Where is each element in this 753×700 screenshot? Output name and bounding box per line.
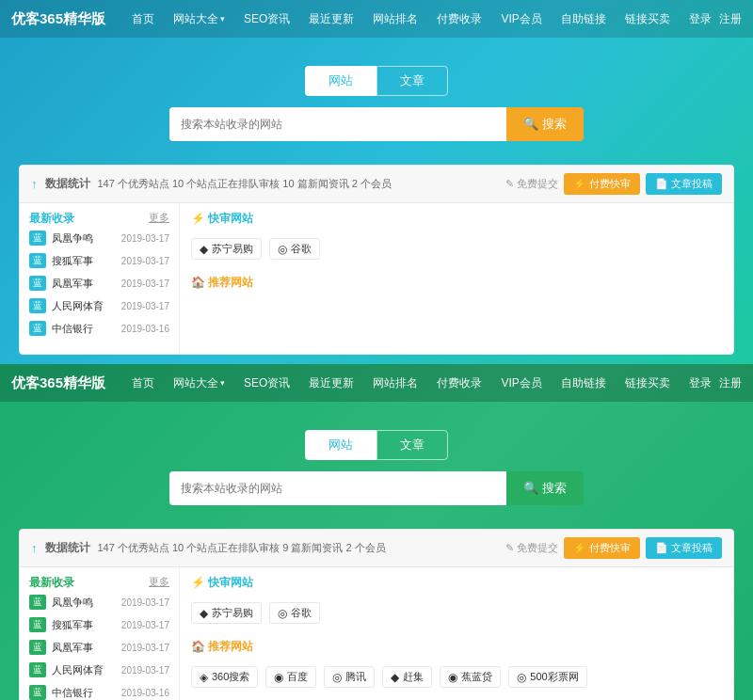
- item-name: 中信银行: [52, 686, 116, 700]
- fast-category-title-blue: ⚡ 快审网站: [191, 211, 722, 227]
- site-name: 360搜索: [212, 670, 249, 684]
- fast-category-title-green: ⚡ 快审网站: [191, 575, 722, 591]
- recommend-category-title-blue: 🏠 推荐网站: [191, 275, 722, 291]
- card-header-green: ↑ 数据统计 147 个优秀站点 10 个站点正在排队审核 9 篇新闻资讯 2 …: [20, 530, 733, 567]
- item-date: 2019-03-17: [121, 278, 169, 289]
- card-body-blue: 最新收录 更多 蓝 凤凰争鸣 2019-03-17 蓝 搜狐军事 2019-03…: [20, 203, 733, 354]
- hero-green: 网站 文章 🔍 搜索: [0, 402, 753, 529]
- stats-title-green: 数据统计: [45, 540, 90, 556]
- main-card-green: ↑ 数据统计 147 个优秀站点 10 个站点正在排队审核 9 篇新闻资讯 2 …: [19, 529, 734, 700]
- badge-blue: 蓝: [29, 231, 46, 246]
- tab-site-green[interactable]: 网站: [305, 430, 376, 460]
- item-date: 2019-03-16: [121, 688, 169, 698]
- site-name: 500彩票网: [530, 670, 578, 684]
- site-item[interactable]: ◎ 谷歌: [269, 238, 320, 260]
- sites-panel-green: ⚡ 快审网站 ◆ 苏宁易购 ◎ 谷歌 🏠 推荐网站: [180, 567, 733, 700]
- nav-recent-green[interactable]: 最近更新: [301, 373, 361, 393]
- site-icon: ◆: [200, 607, 208, 620]
- search-btn-green[interactable]: 🔍 搜索: [506, 471, 584, 505]
- site-item[interactable]: ◉ 蕉蓝贷: [440, 666, 501, 688]
- site-item[interactable]: ◆ 苏宁易购: [191, 602, 262, 624]
- nav-seo-green[interactable]: SEO资讯: [236, 373, 297, 393]
- login-link-blue[interactable]: 登录: [689, 11, 712, 27]
- nav-vip-green[interactable]: VIP会员: [493, 373, 549, 393]
- search-bar-green: 🔍 搜索: [169, 471, 584, 505]
- nav-rank-blue[interactable]: 网站排名: [365, 8, 425, 29]
- site-name: 百度: [287, 670, 308, 684]
- fast-sites-green: ⚡ 快审网站 ◆ 苏宁易购 ◎ 谷歌: [191, 575, 722, 628]
- nav-trade-blue[interactable]: 链接买卖: [617, 8, 678, 29]
- stats-text-green: 147 个优秀站点 10 个站点正在排队审核 9 篇新闻资讯 2 个会员: [98, 541, 498, 555]
- nav-sites-green[interactable]: 网站大全▾: [166, 372, 232, 395]
- nav-paid-green[interactable]: 付费收录: [429, 373, 489, 393]
- nav-vip-blue[interactable]: VIP会员: [493, 8, 549, 29]
- site-name: 谷歌: [291, 242, 312, 256]
- nav-paid-blue[interactable]: 付费收录: [429, 8, 489, 29]
- card-body-green: 最新收录 更多 蓝 凤凰争鸣 2019-03-17 蓝 搜狐军事 2019-03…: [20, 567, 733, 700]
- nav-rank-green[interactable]: 网站排名: [365, 373, 425, 393]
- item-name: 人民网体育: [52, 299, 116, 313]
- stats-text-blue: 147 个优秀站点 10 个站点正在排队审核 10 篇新闻资讯 2 个会员: [98, 177, 498, 191]
- more-link-green[interactable]: 更多: [149, 575, 169, 589]
- more-link-blue[interactable]: 更多: [149, 211, 169, 225]
- list-item: 蓝 中信银行 2019-03-16: [29, 681, 169, 700]
- site-item[interactable]: ◉ 百度: [265, 666, 316, 688]
- btn-paid-green[interactable]: ⚡ 付费快审: [564, 537, 640, 559]
- register-link-blue[interactable]: 注册: [719, 11, 742, 27]
- btn-paid-blue[interactable]: ⚡ 付费快审: [564, 173, 640, 195]
- site-name: 赶集: [403, 670, 424, 684]
- site-icon: ◈: [200, 671, 208, 684]
- site-icon: ◉: [274, 671, 283, 684]
- nav-menu-blue: 首页 网站大全▾ SEO资讯 最近更新 网站排名 付费收录 VIP会员 自助链接…: [124, 8, 689, 31]
- btn-article-blue[interactable]: 📄 文章投稿: [646, 173, 722, 195]
- tab-article-green[interactable]: 文章: [376, 430, 448, 460]
- item-name: 凤凰军事: [52, 641, 116, 655]
- site-item[interactable]: ◆ 苏宁易购: [191, 238, 262, 260]
- search-tabs-blue: 网站 文章: [305, 66, 448, 96]
- list-item: 蓝 搜狐军事 2019-03-17: [29, 613, 169, 636]
- navbar-blue: 优客365精华版 首页 网站大全▾ SEO资讯 最近更新 网站排名 付费收录 V…: [0, 0, 753, 38]
- latest-list-blue: 蓝 凤凰争鸣 2019-03-17 蓝 搜狐军事 2019-03-17 蓝 凤凰…: [29, 227, 169, 340]
- navbar-green: 优客365精华版 首页 网站大全▾ SEO资讯 最近更新 网站排名 付费收录 V…: [0, 364, 753, 402]
- site-icon: ◎: [332, 671, 342, 684]
- item-date: 2019-03-17: [121, 643, 169, 653]
- tab-site-blue[interactable]: 网站: [305, 66, 376, 96]
- latest-title-green: 最新收录: [29, 576, 74, 589]
- nav-auth-green: 登录 注册: [689, 375, 742, 391]
- item-date: 2019-03-17: [121, 597, 169, 608]
- site-icon: ◆: [200, 243, 208, 256]
- btn-free-green[interactable]: ✎ 免费提交: [505, 541, 558, 555]
- nav-seo-blue[interactable]: SEO资讯: [236, 8, 297, 29]
- btn-free-blue[interactable]: ✎ 免费提交: [505, 177, 558, 191]
- nav-link-blue[interactable]: 自助链接: [553, 8, 614, 29]
- search-input-green[interactable]: [169, 471, 506, 505]
- site-item[interactable]: ◎ 腾讯: [324, 666, 375, 688]
- site-name: 蕉蓝贷: [461, 670, 492, 684]
- nav-recent-blue[interactable]: 最近更新: [301, 8, 361, 29]
- item-name: 搜狐军事: [52, 618, 116, 632]
- recommend-site-grid-green: ◈ 360搜索 ◉ 百度 ◎ 腾讯 ◆ 赶集: [191, 662, 722, 692]
- item-date: 2019-03-17: [121, 233, 169, 244]
- btn-article-green[interactable]: 📄 文章投稿: [646, 537, 722, 559]
- badge-green: 蓝: [29, 662, 46, 677]
- nav-sites-blue[interactable]: 网站大全▾: [166, 8, 232, 31]
- site-item[interactable]: ◎ 谷歌: [269, 602, 320, 624]
- site-icon: ◉: [448, 671, 457, 684]
- register-link-green[interactable]: 注册: [719, 375, 742, 391]
- nav-home-blue[interactable]: 首页: [124, 8, 162, 29]
- tab-article-blue[interactable]: 文章: [376, 66, 448, 96]
- search-btn-blue[interactable]: 🔍 搜索: [506, 107, 584, 141]
- nav-trade-green[interactable]: 链接买卖: [617, 373, 678, 393]
- site-item[interactable]: ◈ 360搜索: [191, 666, 258, 688]
- main-card-blue: ↑ 数据统计 147 个优秀站点 10 个站点正在排队审核 10 篇新闻资讯 2…: [19, 165, 734, 355]
- site-item[interactable]: ◆ 赶集: [382, 666, 432, 688]
- badge-green: 蓝: [29, 595, 46, 610]
- search-input-blue[interactable]: [169, 107, 506, 141]
- login-link-green[interactable]: 登录: [689, 375, 712, 391]
- site-item[interactable]: ◎ 500彩票网: [508, 666, 586, 688]
- nav-home-green[interactable]: 首页: [124, 373, 162, 393]
- dropdown-arrow-green: ▾: [220, 378, 225, 388]
- site-name: 苏宁易购: [212, 242, 253, 256]
- nav-link-green[interactable]: 自助链接: [553, 373, 614, 393]
- card-header-blue: ↑ 数据统计 147 个优秀站点 10 个站点正在排队审核 10 篇新闻资讯 2…: [20, 166, 733, 203]
